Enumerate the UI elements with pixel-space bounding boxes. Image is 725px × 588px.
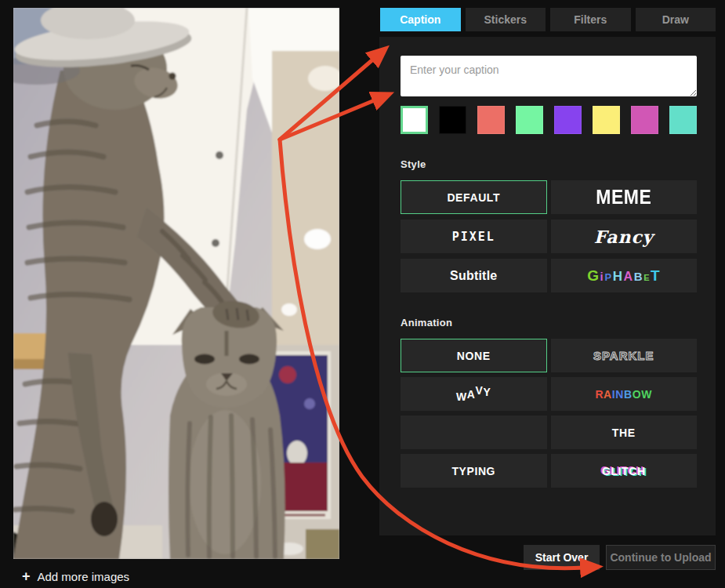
- animation-option-fade[interactable]: [401, 416, 547, 449]
- style-section-label: Style: [401, 158, 426, 170]
- animation-option-the[interactable]: THE: [551, 416, 698, 449]
- animation-option-wavy[interactable]: WAVY: [401, 377, 547, 411]
- animation-options-grid: NONE SPARKLE WAVY RAINBOW THE TYPING GLI…: [401, 339, 697, 488]
- tab-draw[interactable]: Draw: [636, 8, 716, 31]
- editor-tab-bar: Caption Stickers Filters Draw: [380, 8, 716, 31]
- animation-option-glitch[interactable]: GLITCH: [551, 454, 698, 488]
- color-swatch-black[interactable]: [439, 106, 466, 134]
- caption-color-swatches: [401, 106, 697, 134]
- color-swatch-purple[interactable]: [554, 106, 582, 134]
- color-swatch-white[interactable]: [401, 106, 428, 134]
- start-over-button[interactable]: Start Over: [524, 545, 600, 570]
- animation-option-rainbow[interactable]: RAINBOW: [551, 377, 698, 411]
- color-swatch-green[interactable]: [516, 106, 543, 134]
- plus-icon: +: [22, 569, 31, 583]
- animation-option-typing[interactable]: TYPING: [401, 454, 547, 488]
- style-option-subtitle[interactable]: Subtitle: [401, 259, 547, 292]
- tab-filters[interactable]: Filters: [550, 8, 631, 31]
- caption-editor-panel: Style DEFAULT MEME PIXEL Fancy Subtitle …: [379, 37, 716, 535]
- gif-preview-stage[interactable]: [13, 8, 339, 559]
- tab-caption[interactable]: Caption: [380, 8, 461, 31]
- style-option-default[interactable]: DEFAULT: [401, 180, 547, 214]
- color-swatch-magenta[interactable]: [631, 106, 658, 134]
- animation-section-label: Animation: [401, 317, 452, 328]
- color-swatch-teal[interactable]: [669, 106, 697, 134]
- style-option-pixel[interactable]: PIXEL: [401, 220, 547, 253]
- caption-input[interactable]: [401, 56, 697, 96]
- style-options-grid: DEFAULT MEME PIXEL Fancy Subtitle GiPHAB…: [401, 180, 697, 292]
- color-swatch-salmon[interactable]: [477, 106, 505, 134]
- style-option-fancy[interactable]: Fancy: [551, 220, 698, 253]
- style-option-meme[interactable]: MEME: [551, 180, 698, 214]
- tab-stickers[interactable]: Stickers: [466, 8, 546, 31]
- cat-gif-illustration: [13, 8, 339, 559]
- add-more-images-button[interactable]: + Add more images: [22, 568, 129, 585]
- continue-to-upload-button[interactable]: Continue to Upload: [606, 545, 716, 570]
- giphy-gif-editor: { "editor": { "tabs": [ { "name": "capti…: [0, 0, 725, 588]
- color-swatch-yellow[interactable]: [593, 106, 620, 134]
- style-option-giphabet[interactable]: GiPHABET: [551, 259, 698, 292]
- animation-option-none[interactable]: NONE: [401, 339, 547, 372]
- animation-option-sparkle[interactable]: SPARKLE: [551, 339, 698, 372]
